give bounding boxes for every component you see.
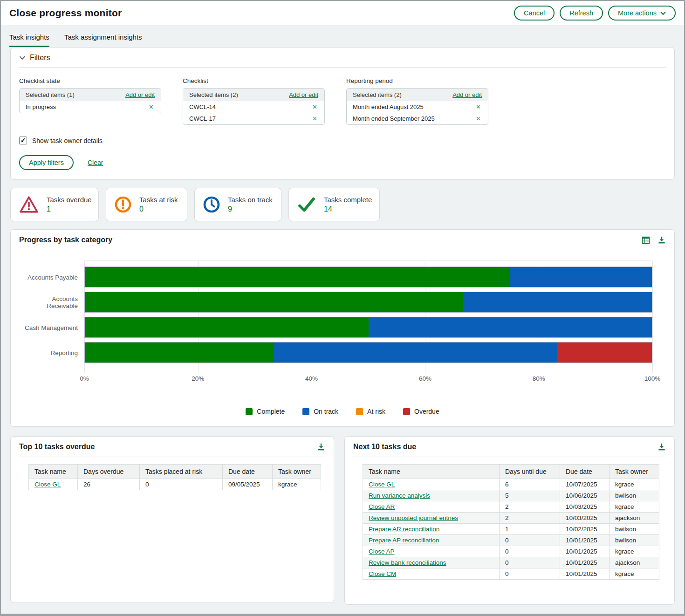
chart-bar-row: Accounts Payable [84, 267, 652, 287]
category-label: Reporting [19, 349, 78, 356]
kpi-label: Tasks complete [324, 196, 372, 204]
remove-item-icon[interactable]: ✕ [312, 104, 317, 110]
task-link[interactable]: Review unposted journal entries [369, 514, 458, 521]
overdue-card-header: Top 10 tasks overdue [19, 443, 325, 457]
x-tick-label: 40% [305, 375, 318, 382]
kpi-card-tasks-complete: Tasks complete 14 [288, 188, 380, 221]
filter-selected-item: Month ended September 2025 ✕ [347, 113, 488, 124]
filters-actions: Apply filters Clear [19, 155, 666, 170]
add-or-edit-link[interactable]: Add or edit [289, 91, 318, 98]
legend-label: At risk [367, 408, 385, 415]
tab-task-assignment-insights[interactable]: Task assignment insights [64, 33, 142, 47]
bar-segment-complete [85, 292, 463, 312]
column-header: Due date [223, 465, 273, 479]
gridline [652, 261, 653, 373]
legend-swatch [403, 408, 410, 415]
cancel-button[interactable]: Cancel [514, 6, 555, 21]
table-cell: 10/01/2025 [560, 568, 610, 580]
column-header: Task owner [273, 465, 321, 479]
table-cell: Close GL [29, 479, 78, 490]
remove-item-icon[interactable]: ✕ [476, 116, 481, 122]
table-cell: 2 [500, 513, 560, 524]
exclamation-circle-icon [114, 195, 132, 214]
kpi-label: Tasks on track [228, 196, 273, 204]
kpi-label: Tasks at risk [139, 196, 178, 204]
due-tasks-card: Next 10 tasks due Task name Days u [344, 436, 675, 605]
filter-selected-item: In progress ✕ [20, 101, 161, 113]
kpi-value: 1 [47, 205, 92, 213]
filters-toggle[interactable]: Filters [19, 54, 666, 68]
more-actions-button[interactable]: More actions [608, 6, 676, 21]
table-row: Prepare AR reconciliation110/02/2025bwil… [363, 524, 659, 535]
tab-task-insights[interactable]: Task insights [9, 33, 49, 47]
show-task-owner-label: Show task owner details [32, 137, 103, 144]
task-link[interactable]: Prepare AR reconciliation [369, 526, 439, 533]
task-link[interactable]: Close CM [369, 570, 396, 577]
legend-item: Complete [246, 408, 285, 415]
bar-segment-complete [85, 267, 510, 287]
table-cell: 10/03/2025 [560, 513, 610, 524]
download-icon[interactable] [658, 443, 666, 451]
table-cell: 10/02/2025 [560, 524, 610, 535]
remove-item-icon[interactable]: ✕ [149, 104, 154, 110]
filter-group-checklist-state: Checklist state Selected items (1) Add o… [19, 77, 161, 125]
task-link[interactable]: Close GL [34, 481, 61, 488]
table-cell: ajackson [610, 557, 659, 568]
x-tick-label: 80% [533, 375, 545, 382]
table-row: Close AP010/01/2025kgrace [363, 546, 659, 557]
table-row: Close AR210/03/2025kgrace [363, 501, 659, 513]
table-view-icon[interactable] [642, 236, 650, 244]
column-header: Days until due [500, 465, 560, 479]
check-icon [296, 195, 317, 214]
overdue-table-title: Top 10 tasks overdue [19, 443, 95, 451]
stacked-bar [84, 317, 652, 338]
table-cell: 0 [500, 535, 560, 546]
filter-box-head: Selected items (2) Add or edit [347, 89, 488, 101]
filter-box: Selected items (2) Add or edit CWCL-14 ✕… [183, 88, 325, 125]
show-task-owner-checkbox[interactable] [19, 137, 27, 144]
show-task-owner-row: Show task owner details [19, 137, 666, 144]
task-link[interactable]: Close AR [369, 503, 395, 510]
selected-items-count: Selected items (2) [189, 91, 238, 98]
task-link[interactable]: Close GL [369, 481, 395, 488]
task-link[interactable]: Close AP [369, 548, 395, 555]
legend-label: Overdue [414, 408, 439, 415]
refresh-button[interactable]: Refresh [560, 6, 603, 21]
filter-group-reporting-period: Reporting period Selected items (2) Add … [346, 77, 488, 125]
download-icon[interactable] [317, 443, 325, 451]
task-link[interactable]: Review bank reconciliations [369, 559, 446, 566]
chart-title: Progress by task category [19, 236, 112, 244]
table-cell: Review unposted journal entries [363, 513, 500, 524]
table-row: Close GL26009/05/2025kgrace [29, 479, 321, 490]
table-cell: 5 [500, 490, 560, 501]
remove-item-icon[interactable]: ✕ [476, 104, 481, 110]
filter-label: Checklist [183, 77, 325, 84]
kpi-card-tasks-at-risk: Tasks at risk 0 [106, 188, 187, 221]
task-link[interactable]: Run variance analysis [369, 492, 430, 499]
table-cell: ajackson [610, 513, 659, 524]
filter-label: Reporting period [346, 77, 488, 84]
filter-box-head: Selected items (1) Add or edit [20, 89, 161, 101]
chart-bar-row: Cash Management [84, 317, 652, 338]
kpi-label: Tasks overdue [47, 196, 92, 204]
kpi-card-tasks-overdue: Tasks overdue 1 [10, 188, 99, 221]
task-link[interactable]: Prepare AP reconciliation [369, 537, 439, 544]
clear-filters-link[interactable]: Clear [88, 159, 103, 166]
due-tasks-table: Task name Days until due Due date Task o… [363, 464, 659, 580]
stacked-bar [84, 267, 652, 287]
table-cell: 10/01/2025 [560, 557, 610, 568]
apply-filters-button[interactable]: Apply filters [19, 155, 74, 170]
remove-item-icon[interactable]: ✕ [312, 116, 317, 122]
x-tick-label: 60% [419, 375, 432, 382]
stacked-bar-chart: Accounts PayableAccounts ReceivableCash … [84, 260, 652, 383]
legend-label: On track [314, 408, 338, 415]
table-cell: 1 [500, 524, 560, 535]
filter-group-checklist: Checklist Selected items (2) Add or edit… [183, 77, 325, 125]
table-cell: kgrace [610, 568, 659, 580]
chart-x-axis: 0%20%40%60%80%100% [84, 373, 652, 383]
download-icon[interactable] [658, 236, 666, 244]
table-cell: Close GL [363, 479, 500, 490]
add-or-edit-link[interactable]: Add or edit [452, 91, 482, 98]
kpi-row: Tasks overdue 1 Tasks at risk 0 [10, 188, 675, 221]
add-or-edit-link[interactable]: Add or edit [125, 91, 155, 98]
